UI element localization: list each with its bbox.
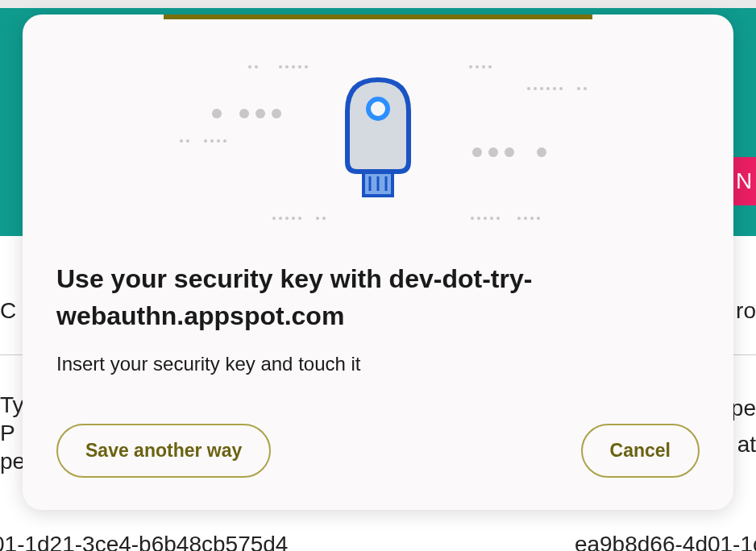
backdrop-text-fragment: Ty P pe <box>0 391 25 475</box>
backdrop-text-fragment: C <box>0 298 16 324</box>
security-key-icon <box>338 75 418 212</box>
webauthn-dialog: Use your security key with dev-dot-try-w… <box>23 14 733 510</box>
cancel-button[interactable]: Cancel <box>581 424 700 478</box>
backdrop-uuid-left: 01-1d21-3ce4-b6b48cb575d4 <box>0 532 288 551</box>
dialog-button-row: Save another way Cancel <box>23 375 733 478</box>
backdrop-text-fragment: ro <box>736 298 756 324</box>
backdrop-toolbar <box>0 0 756 8</box>
dialog-content: Use your security key with dev-dot-try-w… <box>23 228 733 375</box>
decorative-dots <box>472 147 546 157</box>
decorative-dots <box>212 109 281 118</box>
decorative-dots <box>471 217 540 220</box>
decorative-dots <box>248 65 308 68</box>
decorative-dots <box>469 65 492 68</box>
decorative-dots <box>527 87 587 90</box>
dialog-accent-bar <box>164 14 592 19</box>
backdrop-pink-badge: N <box>732 157 756 205</box>
dialog-subtitle: Insert your security key and touch it <box>56 353 700 375</box>
svg-point-4 <box>368 99 388 118</box>
decorative-dots <box>180 139 226 143</box>
security-key-illustration <box>23 59 733 228</box>
backdrop-text-fragment: pe at <box>731 391 756 463</box>
dialog-title: Use your security key with dev-dot-try-w… <box>56 260 700 335</box>
save-another-way-button[interactable]: Save another way <box>56 424 271 478</box>
backdrop-uuid-right: ea9b8d66-4d01-1c <box>575 532 756 551</box>
decorative-dots <box>272 217 326 220</box>
